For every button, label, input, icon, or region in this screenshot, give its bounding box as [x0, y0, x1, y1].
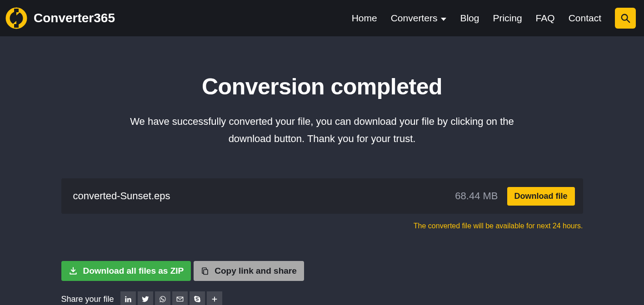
email-icon [176, 295, 184, 303]
brand-name: Converter365 [34, 11, 115, 25]
file-size: 68.44 MB [455, 190, 498, 202]
svg-rect-6 [125, 298, 126, 302]
share-label: Share your file [61, 295, 114, 304]
share-icons [120, 291, 222, 305]
download-zip-label: Download all files as ZIP [83, 266, 184, 276]
actions-row: Download all files as ZIP Copy link and … [61, 261, 583, 281]
copy-link-label: Copy link and share [215, 266, 297, 276]
logo[interactable]: Converter365 [5, 7, 115, 29]
download-zip-button[interactable]: Download all files as ZIP [61, 261, 191, 281]
linkedin-icon [125, 295, 132, 303]
availability-notice: The converted file will be available for… [61, 222, 583, 230]
plus-icon [211, 296, 218, 302]
share-whatsapp[interactable] [155, 291, 170, 305]
page-subtitle: We have successfully converted your file… [113, 113, 531, 148]
whatsapp-icon [159, 295, 166, 303]
download-file-button[interactable]: Download file [507, 187, 575, 206]
share-row: Share your file [61, 291, 583, 305]
header: Converter365 Home Converters Blog Pricin… [0, 0, 644, 36]
nav-pricing[interactable]: Pricing [493, 13, 522, 24]
chevron-down-icon [441, 18, 446, 21]
download-icon [69, 266, 78, 275]
search-button[interactable] [615, 8, 636, 29]
nav-home[interactable]: Home [352, 13, 377, 24]
file-card-right: 68.44 MB Download file [455, 187, 574, 206]
share-email[interactable] [172, 291, 188, 305]
svg-line-4 [627, 20, 629, 22]
share-more[interactable] [207, 291, 222, 305]
skype-icon [194, 295, 201, 303]
file-card: converted-Sunset.eps 68.44 MB Download f… [61, 178, 583, 214]
svg-rect-5 [204, 270, 208, 275]
copy-link-button[interactable]: Copy link and share [194, 261, 304, 281]
main-nav: Home Converters Blog Pricing FAQ Contact [352, 8, 636, 29]
share-skype[interactable] [190, 291, 205, 305]
svg-point-7 [125, 296, 126, 297]
svg-rect-2 [14, 24, 19, 28]
nav-blog[interactable]: Blog [460, 13, 479, 24]
share-twitter[interactable] [138, 291, 153, 305]
share-linkedin[interactable] [120, 291, 136, 305]
copy-icon [201, 266, 209, 275]
twitter-icon [142, 295, 149, 303]
file-name: converted-Sunset.eps [73, 190, 170, 202]
nav-contact[interactable]: Contact [569, 13, 601, 24]
main-content: Conversion completed We have successfull… [0, 36, 644, 305]
nav-faq[interactable]: FAQ [536, 13, 555, 24]
logo-icon [5, 7, 27, 29]
nav-converters[interactable]: Converters [391, 13, 447, 24]
search-icon [620, 13, 630, 23]
page-title: Conversion completed [0, 74, 644, 100]
nav-converters-label: Converters [391, 13, 438, 24]
